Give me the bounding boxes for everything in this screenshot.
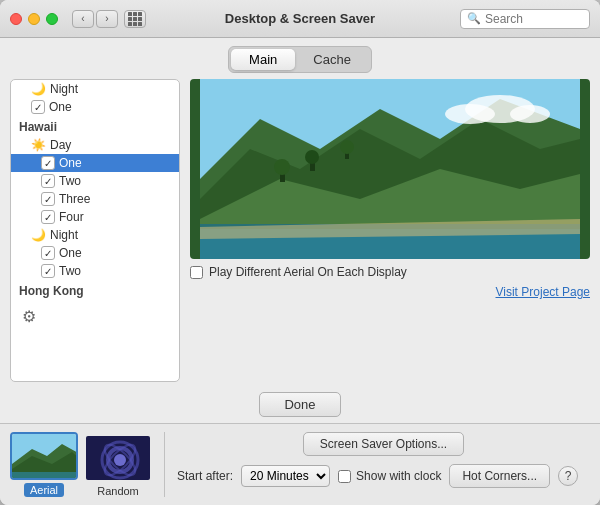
play-different-checkbox[interactable]: [190, 266, 203, 279]
two-hawaii-label: Two: [59, 174, 81, 188]
aerial-thumbnail[interactable]: [10, 432, 78, 480]
moon-hawaii-icon: 🌙: [31, 228, 46, 242]
sidebar-four-hawaii[interactable]: ✓ Four: [11, 208, 179, 226]
sidebar-hawaii-header: Hawaii: [11, 116, 179, 136]
four-hawaii-label: Four: [59, 210, 84, 224]
main-panel: 🌙 Night ✓ One Hawaii ☀️ Day ✓ One: [0, 79, 600, 388]
right-bottom-panel: Screen Saver Options... Start after: 20 …: [177, 432, 590, 488]
grid-view-button[interactable]: [124, 10, 146, 28]
preview-image: [190, 79, 590, 259]
day-label: Day: [50, 138, 71, 152]
one-night-label: One: [59, 246, 82, 260]
screen-saver-options-button[interactable]: Screen Saver Options...: [303, 432, 464, 456]
content: Main Cache 🌙 Night ✓ One Hawaii: [0, 38, 600, 505]
visit-project-link[interactable]: Visit Project Page: [190, 285, 590, 299]
sidebar-night-hawaii: 🌙 Night: [11, 226, 179, 244]
moon-icon: 🌙: [31, 82, 46, 96]
start-after-select[interactable]: 20 Minutes 1 Minute 2 Minutes 5 Minutes …: [241, 465, 330, 487]
show-clock-label: Show with clock: [356, 469, 441, 483]
preview-svg: [190, 79, 590, 259]
maximize-button[interactable]: [46, 13, 58, 25]
show-clock-row: Show with clock: [338, 469, 441, 483]
sidebar-one-night[interactable]: ✓ One: [11, 244, 179, 262]
close-button[interactable]: [10, 13, 22, 25]
grid-icon: [128, 12, 142, 26]
play-different-row: Play Different Aerial On Each Display: [190, 265, 590, 279]
svg-point-15: [510, 105, 550, 123]
svg-point-12: [340, 140, 354, 154]
two-night-label: Two: [59, 264, 81, 278]
random-label: Random: [97, 485, 139, 497]
search-input[interactable]: [485, 12, 583, 26]
random-thumbnail[interactable]: [84, 434, 152, 482]
one-night-checkbox[interactable]: ✓: [41, 246, 55, 260]
done-row: Done: [0, 388, 600, 423]
minimize-button[interactable]: [28, 13, 40, 25]
sidebar-three-hawaii[interactable]: ✓ Three: [11, 190, 179, 208]
one-hawaii-checkbox[interactable]: ✓: [41, 156, 55, 170]
svg-rect-19: [12, 472, 78, 480]
done-button[interactable]: Done: [259, 392, 340, 417]
two-night-checkbox[interactable]: ✓: [41, 264, 55, 278]
start-after-label: Start after:: [177, 469, 233, 483]
svg-point-10: [305, 150, 319, 164]
svg-point-23: [114, 454, 126, 466]
svg-point-8: [274, 159, 290, 175]
help-button[interactable]: ?: [558, 466, 578, 486]
sidebar-hongkong-header: Hong Kong: [11, 280, 179, 300]
one-top-checkbox[interactable]: ✓: [31, 100, 45, 114]
titlebar: ‹ › Desktop & Screen Saver 🔍: [0, 0, 600, 38]
play-different-label: Play Different Aerial On Each Display: [209, 265, 407, 279]
random-thumb-item[interactable]: Random: [84, 434, 152, 497]
sidebar-one-top[interactable]: ✓ One: [11, 98, 179, 116]
two-hawaii-checkbox[interactable]: ✓: [41, 174, 55, 188]
forward-button[interactable]: ›: [96, 10, 118, 28]
traffic-lights: [10, 13, 58, 25]
night-hawaii-label: Night: [50, 228, 78, 242]
tab-main[interactable]: Main: [231, 49, 295, 70]
vertical-divider: [164, 432, 165, 497]
sidebar: 🌙 Night ✓ One Hawaii ☀️ Day ✓ One: [10, 79, 180, 382]
sun-icon: ☀️: [31, 138, 46, 152]
search-icon: 🔍: [467, 12, 481, 25]
three-hawaii-label: Three: [59, 192, 90, 206]
sidebar-day: ☀️ Day: [11, 136, 179, 154]
right-panel: Play Different Aerial On Each Display Vi…: [190, 79, 590, 382]
gear-button[interactable]: ⚙: [17, 304, 41, 328]
night-top-label: Night: [50, 82, 78, 96]
three-hawaii-checkbox[interactable]: ✓: [41, 192, 55, 206]
sidebar-night-top: 🌙 Night: [11, 80, 179, 98]
thumbnails: Aerial Ra: [10, 432, 152, 497]
bottom-controls: Start after: 20 Minutes 1 Minute 2 Minut…: [177, 464, 590, 488]
window-title: Desktop & Screen Saver: [225, 11, 375, 26]
window: ‹ › Desktop & Screen Saver 🔍 Main Cache: [0, 0, 600, 505]
tabs-row: Main Cache: [0, 38, 600, 79]
hot-corners-button[interactable]: Hot Corners...: [449, 464, 550, 488]
back-button[interactable]: ‹: [72, 10, 94, 28]
bottom-section: Aerial Ra: [0, 423, 600, 505]
one-top-label: One: [49, 100, 72, 114]
sidebar-two-night[interactable]: ✓ Two: [11, 262, 179, 280]
show-clock-checkbox[interactable]: [338, 470, 351, 483]
one-hawaii-label: One: [59, 156, 82, 170]
sidebar-two-hawaii[interactable]: ✓ Two: [11, 172, 179, 190]
sidebar-one-hawaii[interactable]: ✓ One: [11, 154, 179, 172]
nav-buttons: ‹ ›: [72, 10, 118, 28]
tab-cache[interactable]: Cache: [295, 49, 369, 70]
aerial-thumb-item[interactable]: Aerial: [10, 432, 78, 497]
tabs-container: Main Cache: [228, 46, 372, 73]
four-hawaii-checkbox[interactable]: ✓: [41, 210, 55, 224]
svg-point-14: [445, 104, 495, 124]
aerial-label: Aerial: [24, 483, 64, 497]
search-box[interactable]: 🔍: [460, 9, 590, 29]
